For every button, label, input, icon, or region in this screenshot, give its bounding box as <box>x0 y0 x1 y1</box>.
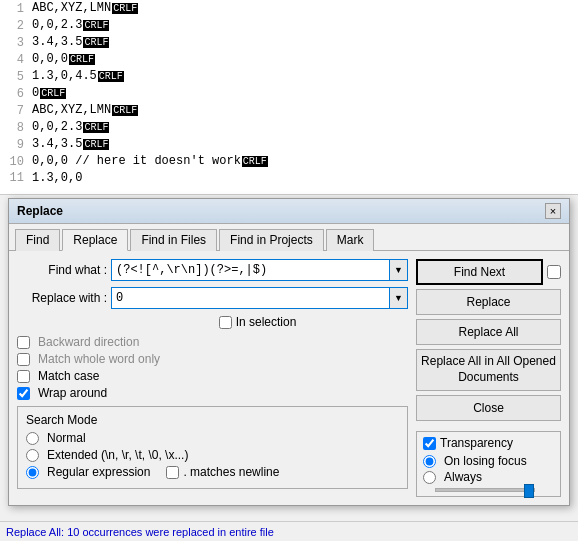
in-selection-row: In selection <box>17 315 408 329</box>
normal-label[interactable]: Normal <box>26 431 86 445</box>
always-row: Always <box>423 470 554 484</box>
tab-find-in-files[interactable]: Find in Files <box>130 229 217 251</box>
status-message: Replace All: 10 occurrences were replace… <box>6 526 274 538</box>
in-selection-checkbox[interactable] <box>219 316 232 329</box>
close-button[interactable]: Close <box>416 395 561 421</box>
left-panel: Find what : ▼ Replace with : ▼ In select <box>17 259 408 497</box>
matches-newline-extra: . matches newline <box>166 465 279 479</box>
dialog-title: Replace <box>17 204 63 218</box>
always-radio[interactable] <box>423 471 436 484</box>
line-2: 2 0,0,2.3CRLF <box>0 17 578 34</box>
line-11: 11 1.3,0,0 <box>0 170 578 186</box>
on-losing-focus-radio[interactable] <box>423 455 436 468</box>
replace-with-row: Replace with : ▼ <box>17 287 408 309</box>
backward-checkbox[interactable] <box>17 336 30 349</box>
normal-radio[interactable] <box>26 432 39 445</box>
extended-radio[interactable] <box>26 449 39 462</box>
tab-replace[interactable]: Replace <box>62 229 128 251</box>
replace-all-button[interactable]: Replace All <box>416 319 561 345</box>
line-6: 6 0CRLF <box>0 85 578 102</box>
transparency-section: Transparency On losing focus Always <box>416 431 561 497</box>
find-next-button[interactable]: Find Next <box>416 259 543 285</box>
transparency-slider-row <box>423 488 554 492</box>
tab-mark[interactable]: Mark <box>326 229 375 251</box>
line-5: 5 1.3,0,4.5CRLF <box>0 68 578 85</box>
transparency-header: Transparency <box>423 436 554 450</box>
find-what-row: Find what : ▼ <box>17 259 408 281</box>
status-bar: Replace All: 10 occurrences were replace… <box>0 521 578 541</box>
right-panel: Find Next Replace Replace All Replace Al… <box>416 259 561 497</box>
options-section: Backward direction Match whole word only… <box>17 335 408 400</box>
replace-input-wrap: ▼ <box>111 287 408 309</box>
replace-with-label: Replace with : <box>17 291 107 305</box>
tab-find[interactable]: Find <box>15 229 60 251</box>
search-mode-title: Search Mode <box>26 413 399 427</box>
line-10: 10 0,0,0 // here it doesn't workCRLF <box>0 153 578 170</box>
find-input-wrap: ▼ <box>111 259 408 281</box>
wrap-around-checkbox[interactable] <box>17 387 30 400</box>
match-case-label[interactable]: Match case <box>17 369 99 383</box>
whole-word-label[interactable]: Match whole word only <box>17 352 160 366</box>
replace-dropdown-button[interactable]: ▼ <box>390 287 408 309</box>
tabs-bar: Find Replace Find in Files Find in Proje… <box>9 224 569 251</box>
whole-word-checkbox[interactable] <box>17 353 30 366</box>
transparency-label: Transparency <box>440 436 513 450</box>
extended-label[interactable]: Extended (\n, \r, \t, \0, \x...) <box>26 448 188 462</box>
match-case-row: Match case <box>17 369 408 383</box>
matches-newline-checkbox[interactable] <box>166 466 179 479</box>
find-what-label: Find what : <box>17 263 107 277</box>
line-8: 8 0,0,2.3CRLF <box>0 119 578 136</box>
tab-find-in-projects[interactable]: Find in Projects <box>219 229 324 251</box>
dialog-body: Find what : ▼ Replace with : ▼ In select <box>9 251 569 505</box>
wrap-around-label[interactable]: Wrap around <box>17 386 107 400</box>
editor-area: 1 ABC,XYZ,LMNCRLF 2 0,0,2.3CRLF 3 3.4,3.… <box>0 0 578 195</box>
line-4: 4 0,0,0CRLF <box>0 51 578 68</box>
regex-radio[interactable] <box>26 466 39 479</box>
replace-input[interactable] <box>111 287 390 309</box>
line-3: 3 3.4,3.5CRLF <box>0 34 578 51</box>
dialog-close-button[interactable]: × <box>545 203 561 219</box>
on-losing-focus-row: On losing focus <box>423 454 554 468</box>
wrap-around-row: Wrap around <box>17 386 408 400</box>
in-selection-label[interactable]: In selection <box>219 315 297 329</box>
backward-label[interactable]: Backward direction <box>17 335 139 349</box>
regex-radio-row: Regular expression . matches newline <box>26 465 399 479</box>
transparency-slider-thumb <box>524 484 534 498</box>
extended-radio-row: Extended (\n, \r, \t, \0, \x...) <box>26 448 399 462</box>
find-next-checkbox[interactable] <box>547 265 561 279</box>
on-losing-focus-label[interactable]: On losing focus <box>423 454 527 468</box>
match-case-checkbox[interactable] <box>17 370 30 383</box>
regex-label[interactable]: Regular expression <box>26 465 150 479</box>
find-dropdown-button[interactable]: ▼ <box>390 259 408 281</box>
replace-all-opened-button[interactable]: Replace All in All Opened Documents <box>416 349 561 391</box>
find-input[interactable] <box>111 259 390 281</box>
line-1: 1 ABC,XYZ,LMNCRLF <box>0 0 578 17</box>
replace-button[interactable]: Replace <box>416 289 561 315</box>
dialog-titlebar: Replace × <box>9 199 569 224</box>
always-label[interactable]: Always <box>423 470 482 484</box>
replace-dialog: Replace × Find Replace Find in Files Fin… <box>8 198 570 506</box>
backward-row: Backward direction <box>17 335 408 349</box>
transparency-checkbox[interactable] <box>423 437 436 450</box>
line-9: 9 3.4,3.5CRLF <box>0 136 578 153</box>
search-mode-section: Search Mode Normal Extended (\n, \r, \t,… <box>17 406 408 489</box>
normal-radio-row: Normal <box>26 431 399 445</box>
line-7: 7 ABC,XYZ,LMNCRLF <box>0 102 578 119</box>
whole-word-row: Match whole word only <box>17 352 408 366</box>
matches-newline-label[interactable]: . matches newline <box>166 465 279 479</box>
transparency-slider-track <box>435 488 535 492</box>
